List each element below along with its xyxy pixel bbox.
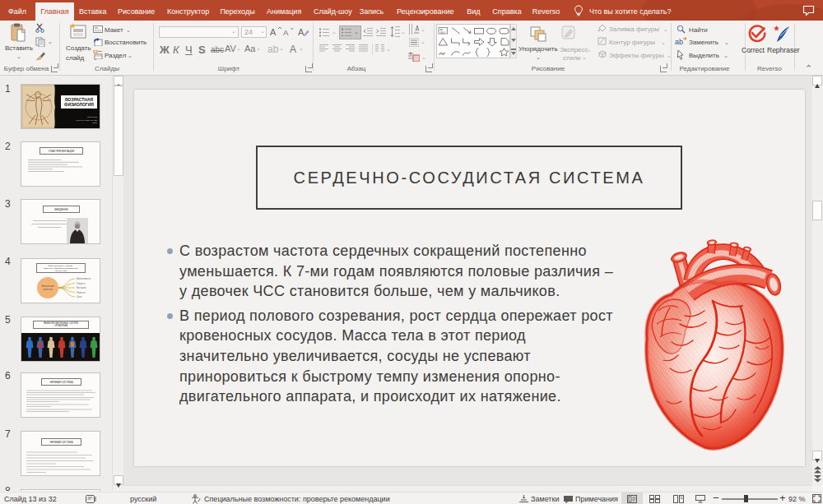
svg-text:А: А — [270, 27, 277, 37]
svg-text:А: А — [298, 27, 305, 37]
svg-text:А: А — [283, 28, 289, 37]
svg-text:Быстрота: Быстрота — [77, 286, 86, 289]
svg-text:Выносливость: Выносливость — [77, 277, 91, 280]
svg-text:Сила: Сила — [77, 295, 82, 298]
svg-text:Гибкость: Гибкость — [77, 282, 86, 285]
svg-text:Ловкость: Ловкость — [77, 291, 86, 294]
svg-text:ab: ab — [675, 38, 683, 46]
